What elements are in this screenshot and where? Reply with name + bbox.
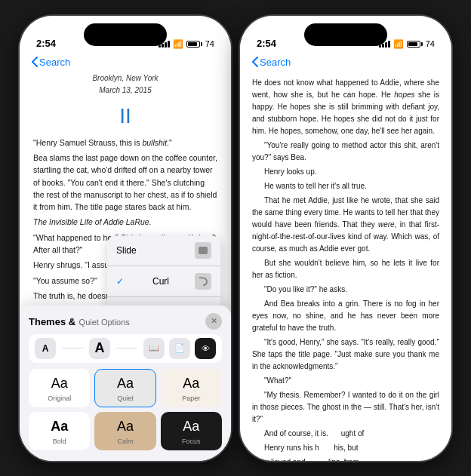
phones-container: 2:54 📶 74: [20, 16, 451, 461]
theme-calm-aa: Aa: [117, 419, 134, 435]
font-page-icon[interactable]: 📄: [169, 338, 190, 359]
right-para-10: "What?": [252, 375, 439, 387]
font-book-icon[interactable]: 📖: [143, 338, 165, 359]
theme-focus-label: Focus: [182, 438, 201, 445]
right-para-4: He wants to tell her it's all true.: [252, 180, 439, 192]
transition-curl[interactable]: ✓ Curl: [107, 266, 220, 297]
right-para-1: He does not know what happened to Addie,…: [252, 77, 439, 137]
theme-grid: Aa Original Aa Quiet Aa Paper Aa Bold: [29, 369, 222, 450]
theme-original-aa: Aa: [51, 376, 68, 392]
theme-quiet[interactable]: Aa Quiet: [94, 369, 155, 407]
book-para-3: The Invisible Life of Addie LaRue.: [33, 216, 217, 228]
right-para-3: Henry looks up.: [252, 166, 439, 178]
themes-title: Themes &: [29, 316, 75, 327]
book-location: Brooklyn, New YorkMarch 13, 2015: [33, 72, 217, 97]
theme-paper-aa: Aa: [183, 376, 199, 392]
curl-icon: [195, 273, 211, 290]
font-row-icons: 📖 📄 👁: [143, 338, 216, 359]
right-para-9: "It's good, Henry," she says. "It's real…: [252, 336, 439, 373]
book-chapter: II: [33, 100, 217, 132]
themes-header: Themes & Quiet Options ✕: [29, 313, 222, 330]
right-time: 2:54: [257, 38, 276, 49]
right-phone: 2:54 📶 74: [240, 16, 451, 461]
right-para-8: And Bea breaks into a grin. There is no …: [252, 298, 439, 334]
right-wifi-icon: 📶: [393, 39, 404, 49]
right-para-2: "You're really going to method actor thi…: [252, 140, 439, 164]
transition-slide[interactable]: Slide: [107, 235, 220, 266]
battery-icon: [186, 41, 202, 48]
left-book-content: Brooklyn, New YorkMarch 13, 2015 II "Hen…: [20, 72, 231, 461]
right-status-icons: 📶 74: [379, 39, 435, 49]
font-eye-icon[interactable]: 👁: [195, 338, 216, 359]
right-para-12: And of course, it is. ught of: [252, 428, 439, 440]
close-button[interactable]: ✕: [205, 313, 222, 330]
left-phone: 2:54 📶 74: [20, 16, 231, 461]
right-para-11: "My thesis. Remember? I wanted to do it …: [252, 389, 439, 425]
right-book-content: He does not know what happened to Addie,…: [240, 72, 451, 461]
right-para-13: Henry runs his h his, but: [252, 442, 439, 454]
themes-panel: Themes & Quiet Options ✕ A A 📖 📄 👁: [20, 306, 231, 461]
right-back-button[interactable]: Search: [252, 57, 291, 68]
right-battery-label: 74: [426, 39, 435, 48]
small-font-button[interactable]: A: [35, 338, 56, 359]
left-back-button[interactable]: Search: [32, 57, 70, 68]
right-para-14: relieved and lips, from: [252, 456, 439, 461]
themes-title-group: Themes & Quiet Options: [29, 315, 130, 328]
right-para-6: But she wouldn't believe him, so he lets…: [252, 257, 439, 281]
divider: [62, 348, 83, 349]
left-nav-bar: Search: [20, 54, 231, 72]
theme-original-label: Original: [48, 395, 71, 402]
right-book-text: He does not know what happened to Addie,…: [240, 72, 451, 461]
theme-quiet-label: Quiet: [117, 395, 134, 402]
dynamic-island: [84, 23, 167, 46]
slide-icon: [195, 242, 211, 259]
left-time: 2:54: [36, 38, 56, 49]
theme-calm-label: Calm: [117, 438, 133, 445]
left-status-icons: 📶 74: [159, 39, 214, 49]
theme-paper-label: Paper: [182, 395, 200, 402]
right-nav-bar: Search: [240, 54, 451, 72]
theme-paper[interactable]: Aa Paper: [161, 369, 222, 407]
themes-options: Quiet Options: [79, 318, 130, 327]
theme-quiet-aa: Aa: [117, 376, 134, 392]
battery-label: 74: [205, 39, 214, 48]
theme-original[interactable]: Aa Original: [29, 369, 90, 407]
book-para-2: Bea slams the last page down on the coff…: [33, 152, 217, 213]
book-para-1: "Henry Samuel Strauss, this is bullshit.…: [33, 137, 217, 149]
theme-calm[interactable]: Aa Calm: [94, 412, 155, 450]
right-dynamic-island: [304, 23, 387, 46]
wifi-icon: 📶: [173, 39, 183, 49]
divider2: [116, 348, 137, 349]
theme-focus-aa: Aa: [183, 419, 199, 435]
right-para-7: "Do you like it?" he asks.: [252, 284, 439, 296]
theme-bold[interactable]: Aa Bold: [29, 412, 90, 450]
right-battery-icon: [407, 41, 423, 48]
large-font-button[interactable]: A: [89, 338, 110, 359]
theme-focus[interactable]: Aa Focus: [161, 412, 222, 450]
right-para-5: That he met Addie, just like he wrote, t…: [252, 195, 439, 255]
theme-bold-aa: Aa: [51, 419, 68, 435]
font-row: A A 📖 📄 👁: [29, 334, 222, 363]
svg-rect-0: [199, 247, 208, 254]
theme-bold-label: Bold: [53, 438, 66, 445]
